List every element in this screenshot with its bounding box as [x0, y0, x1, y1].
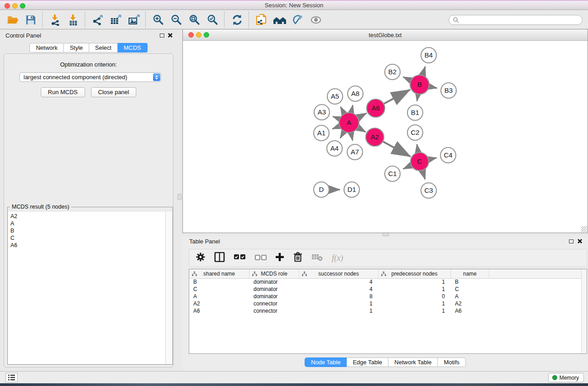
tab-style[interactable]: Style: [64, 43, 89, 52]
edge-A-A3[interactable]: [333, 116, 339, 119]
edge-A-A7[interactable]: [351, 133, 353, 141]
edge-B-B4[interactable]: [423, 67, 425, 75]
edge-C-C4[interactable]: [429, 158, 437, 160]
mcds-result-item[interactable]: A2: [8, 213, 165, 220]
tab-network-table[interactable]: Network Table: [388, 357, 438, 367]
node-B3[interactable]: B3: [441, 83, 456, 98]
clone-network-icon[interactable]: [253, 12, 271, 28]
table-settings-icon[interactable]: [196, 252, 206, 264]
task-history-button[interactable]: [5, 373, 18, 382]
minimize-window-light[interactable]: [12, 3, 18, 9]
zoom-fit-icon[interactable]: [186, 12, 204, 28]
column-header-name[interactable]: name: [451, 269, 489, 278]
node-A8[interactable]: A8: [348, 86, 363, 101]
close-table-panel-icon[interactable]: [577, 238, 583, 244]
open-file-icon[interactable]: [4, 12, 22, 28]
node-B4[interactable]: B4: [421, 48, 436, 63]
export-table-icon[interactable]: [107, 12, 125, 28]
table-row[interactable]: Bdominator41B: [189, 279, 587, 286]
export-network-icon[interactable]: [89, 12, 107, 28]
close-panel-button[interactable]: Close panel: [91, 87, 137, 97]
edge-B-B2[interactable]: [403, 77, 411, 81]
tab-mcds[interactable]: MCDS: [118, 43, 147, 52]
first-neighbors-icon[interactable]: [271, 12, 289, 28]
zoom-out-icon[interactable]: [167, 12, 186, 28]
select-all-rows-icon[interactable]: [234, 254, 246, 262]
table-scrollbar[interactable]: [581, 269, 587, 353]
node-A6[interactable]: A6: [367, 99, 385, 117]
node-B[interactable]: B: [410, 75, 429, 94]
tab-select[interactable]: Select: [89, 43, 118, 52]
table-row[interactable]: Adominator80A: [189, 293, 587, 300]
mcds-result-item[interactable]: C: [8, 234, 165, 242]
edge-A-A4[interactable]: [340, 132, 344, 138]
node-C1[interactable]: C1: [385, 166, 400, 181]
node-A7[interactable]: A7: [347, 144, 363, 160]
mcds-result-item[interactable]: A6: [8, 242, 165, 249]
tab-edge-table[interactable]: Edge Table: [347, 357, 388, 367]
edge-C-C3[interactable]: [422, 171, 425, 179]
node-A3[interactable]: A3: [314, 105, 330, 120]
edge-A-A5[interactable]: [340, 107, 344, 114]
table-row[interactable]: A6connector11A6: [189, 308, 587, 315]
edge-B-B3[interactable]: [430, 86, 437, 88]
search-input[interactable]: [461, 17, 578, 23]
tab-node-table[interactable]: Node Table: [305, 357, 347, 367]
add-column-icon[interactable]: [275, 253, 284, 263]
column-header-successor-nodes[interactable]: successor nodes: [299, 269, 378, 278]
node-A4[interactable]: A4: [327, 141, 342, 156]
node-B1[interactable]: B1: [407, 105, 423, 120]
node-B2[interactable]: B2: [385, 64, 400, 80]
deselect-all-rows-icon[interactable]: [255, 254, 267, 262]
hide-selected-icon[interactable]: [289, 12, 307, 28]
tab-network[interactable]: Network: [29, 43, 64, 52]
node-C2[interactable]: C2: [407, 125, 423, 140]
run-mcds-button[interactable]: Run MCDS: [41, 87, 85, 97]
zoom-network-light[interactable]: [204, 32, 209, 38]
float-panel-icon[interactable]: [160, 33, 164, 38]
node-A[interactable]: A: [339, 113, 359, 133]
mcds-result-item[interactable]: A: [8, 220, 165, 227]
save-session-icon[interactable]: [22, 12, 40, 28]
node-C3[interactable]: C3: [421, 183, 436, 198]
zoom-selected-icon[interactable]: [204, 12, 222, 28]
edge-A-A2[interactable]: [358, 128, 366, 132]
zoom-window-light[interactable]: [20, 3, 25, 9]
delete-columns-icon[interactable]: [293, 252, 303, 264]
mcds-list-scrollbar[interactable]: [165, 212, 172, 364]
network-canvas[interactable]: B4B2BB3A5A8A6A3B1AA1C2A2A4A7C4CC1C3DD1: [183, 41, 588, 233]
export-image-icon[interactable]: [125, 12, 143, 28]
edge-A-A6[interactable]: [358, 113, 367, 118]
close-network-light[interactable]: [188, 32, 194, 38]
node-D1[interactable]: D1: [344, 182, 359, 197]
import-table-icon[interactable]: [64, 12, 82, 28]
tab-motifs[interactable]: Motifs: [438, 357, 466, 367]
edge-C-C2[interactable]: [417, 144, 418, 152]
criterion-dropdown[interactable]: largest connected component (directed): [19, 72, 161, 82]
show-hidden-eye-icon[interactable]: [307, 12, 325, 28]
float-table-panel-icon[interactable]: [569, 239, 574, 243]
import-network-icon[interactable]: [46, 12, 64, 28]
search-field[interactable]: [449, 15, 583, 25]
window-resize-grip[interactable]: [581, 226, 587, 232]
edge-A6-B[interactable]: [384, 90, 410, 104]
minimize-network-light[interactable]: [196, 32, 201, 38]
refresh-icon[interactable]: [228, 12, 246, 28]
column-header-predecessor-nodes[interactable]: predecessor nodes: [378, 269, 451, 278]
edge-B-B1[interactable]: [417, 95, 418, 101]
edge-C-C1[interactable]: [403, 166, 411, 169]
close-window-light[interactable]: [5, 3, 10, 9]
memory-button[interactable]: Memory: [548, 373, 584, 382]
mcds-result-list[interactable]: A2ABCA6: [8, 212, 165, 364]
node-A2[interactable]: A2: [366, 128, 384, 146]
node-A1[interactable]: A1: [314, 125, 329, 141]
zoom-in-icon[interactable]: [149, 12, 167, 28]
vertical-splitter-grip[interactable]: [177, 194, 182, 200]
column-header-MCDS-role[interactable]: MCDS role: [249, 269, 299, 278]
edge-A-A8[interactable]: [351, 105, 353, 112]
node-A5[interactable]: A5: [327, 89, 343, 104]
column-visibility-icon[interactable]: [214, 252, 225, 264]
column-header-shared-name[interactable]: shared name: [189, 269, 249, 278]
close-panel-icon[interactable]: [167, 33, 173, 38]
edge-A2-C[interactable]: [383, 142, 410, 157]
